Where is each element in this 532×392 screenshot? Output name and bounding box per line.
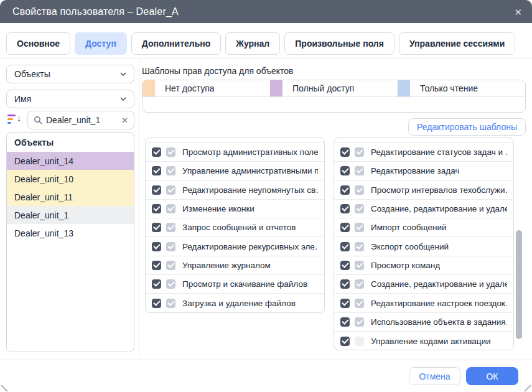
permission-label: Управление административными п…: [182, 166, 318, 175]
permission-label: Управление кодами активации: [371, 337, 491, 346]
permission-label: Редактирование рекурсивных эле…: [182, 242, 318, 251]
permission-checkbox-secondary[interactable]: [166, 223, 175, 232]
sort-icon[interactable]: ↓: [7, 113, 21, 126]
sidebar-divider: [139, 58, 139, 360]
permission-checkbox[interactable]: [152, 242, 161, 251]
permission-checkbox[interactable]: [152, 185, 161, 195]
item-type-dropdown[interactable]: Объекты: [6, 65, 134, 83]
clear-search-icon[interactable]: ✕: [121, 116, 128, 124]
partial-row: [146, 138, 324, 143]
permission-label: Создание, редактирование и удале…: [371, 279, 507, 289]
list-item[interactable]: Dealer_unit_14: [7, 152, 134, 170]
permission-label: Просмотр команд: [371, 261, 440, 270]
permission-checkbox-secondary[interactable]: [166, 166, 175, 175]
permission-checkbox[interactable]: [152, 166, 161, 175]
tab[interactable]: Основное: [6, 32, 70, 55]
permission-checkbox-secondary[interactable]: [166, 299, 175, 308]
permission-row: Управление журналом: [146, 256, 324, 275]
permission-row: Редактирование настроек поездок…: [334, 294, 513, 312]
permission-label: Редактирование задач: [371, 166, 459, 175]
permission-row: Редактирование задач: [334, 162, 513, 180]
permission-checkbox[interactable]: [340, 223, 350, 232]
search-field-value: Имя: [14, 94, 31, 104]
permission-checkbox-secondary[interactable]: [355, 147, 364, 157]
tab[interactable]: Дополнительно: [131, 32, 221, 55]
permission-checkbox-secondary[interactable]: [166, 242, 175, 251]
list-item[interactable]: Dealer_unit_1: [7, 206, 134, 224]
search-box: ✕: [27, 111, 134, 129]
legend-color-swatch: [142, 80, 155, 96]
tab-bar: ОсновноеДоступДополнительноЖурналПроизво…: [6, 32, 515, 55]
permission-checkbox-secondary[interactable]: [355, 242, 364, 251]
legend-item: Только чтение: [398, 80, 525, 96]
tab[interactable]: Журнал: [225, 32, 280, 55]
permission-row: Создание, редактирование и удале…: [334, 275, 513, 294]
permission-checkbox[interactable]: [340, 185, 350, 195]
legend-label: Только чтение: [410, 83, 478, 93]
objects-list-rows: Dealer_unit_14Dealer_unit_10Dealer_unit_…: [7, 152, 134, 242]
permission-checkbox[interactable]: [340, 337, 350, 346]
permission-checkbox[interactable]: [152, 223, 161, 232]
permission-checkbox[interactable]: [340, 166, 350, 175]
permission-checkbox[interactable]: [340, 204, 350, 213]
resize-grip[interactable]: [1, 385, 8, 391]
permission-checkbox-secondary[interactable]: [355, 317, 364, 327]
permission-checkbox-secondary[interactable]: [355, 279, 364, 289]
permission-checkbox-secondary[interactable]: [355, 337, 364, 346]
permission-label: Просмотр интервалов техобслужи…: [371, 185, 507, 195]
permission-checkbox-secondary[interactable]: [355, 185, 364, 195]
permission-checkbox[interactable]: [340, 242, 350, 251]
permission-label: Редактирование неупомянутых св…: [182, 185, 318, 195]
permission-row: Редактирование статусов задач и …: [334, 143, 513, 162]
permission-checkbox-secondary[interactable]: [166, 261, 175, 270]
permission-row: Экспорт сообщений: [334, 237, 513, 256]
tab[interactable]: Произвольные поля: [284, 32, 394, 55]
search-field-dropdown[interactable]: Имя: [6, 90, 134, 108]
permission-checkbox-secondary[interactable]: [355, 223, 364, 232]
objects-list-header: Объекты: [7, 133, 134, 152]
close-icon[interactable]: ✕: [514, 7, 522, 16]
list-item[interactable]: Dealer_unit_11: [7, 188, 134, 206]
partial-row: [334, 138, 513, 143]
permission-row: Создание, редактирование и удале…: [334, 200, 513, 218]
permission-checkbox[interactable]: [340, 279, 350, 289]
permission-checkbox[interactable]: [152, 204, 161, 213]
edit-templates-button[interactable]: Редактировать шаблоны: [408, 118, 526, 136]
permission-checkbox[interactable]: [340, 299, 350, 308]
tab[interactable]: Управление сессиями: [399, 32, 515, 55]
permission-checkbox-secondary[interactable]: [166, 204, 175, 213]
tabs-divider: [0, 58, 532, 58]
permission-checkbox-secondary[interactable]: [355, 261, 364, 270]
permission-checkbox-secondary[interactable]: [166, 147, 175, 157]
permission-checkbox-secondary[interactable]: [355, 166, 364, 175]
permissions-column-left: Просмотр административных поле… Управлен…: [145, 138, 325, 313]
permission-checkbox[interactable]: [340, 261, 350, 270]
permission-label: Просмотр и скачивание файлов: [182, 279, 307, 289]
chevron-down-icon: [120, 72, 126, 76]
permission-row: Загрузка и удаление файлов: [146, 294, 324, 312]
permission-checkbox[interactable]: [152, 261, 161, 270]
legend-label: Нет доступа: [155, 83, 215, 93]
permission-checkbox-secondary[interactable]: [355, 299, 364, 308]
permission-checkbox[interactable]: [152, 279, 161, 289]
list-item[interactable]: Dealer_unit_13: [7, 224, 134, 242]
permission-checkbox[interactable]: [340, 317, 350, 327]
list-item[interactable]: Dealer_unit_10: [7, 170, 134, 188]
permission-checkbox[interactable]: [152, 299, 161, 308]
ok-button[interactable]: ОК: [466, 367, 518, 385]
legend-color-swatch: [270, 80, 282, 96]
permission-row: Просмотр административных поле…: [146, 143, 324, 162]
permission-checkbox-secondary[interactable]: [166, 279, 175, 289]
permission-checkbox-secondary[interactable]: [355, 204, 364, 213]
scrollbar-thumb[interactable]: [516, 230, 522, 339]
item-type-value: Объекты: [14, 69, 50, 79]
permission-checkbox-secondary[interactable]: [166, 185, 175, 195]
permission-checkbox[interactable]: [152, 147, 161, 157]
search-icon: [34, 116, 42, 124]
search-input[interactable]: [46, 115, 118, 125]
resize-grip[interactable]: [525, 385, 531, 391]
tab[interactable]: Доступ: [75, 32, 127, 55]
legend-item: Полный доступ: [270, 80, 398, 96]
permission-checkbox[interactable]: [340, 147, 350, 157]
cancel-button[interactable]: Отмена: [409, 367, 460, 385]
